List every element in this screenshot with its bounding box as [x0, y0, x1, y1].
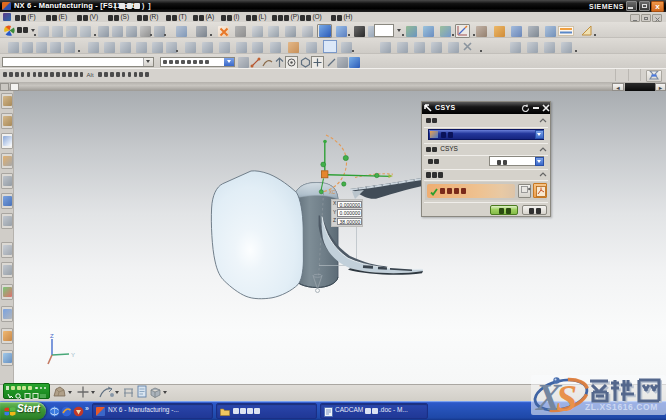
svg-text:Z: Z [50, 333, 54, 339]
svg-text:XC: XC [329, 190, 336, 195]
svg-text:S: S [556, 377, 577, 419]
svg-text:Y: Y [71, 352, 75, 358]
